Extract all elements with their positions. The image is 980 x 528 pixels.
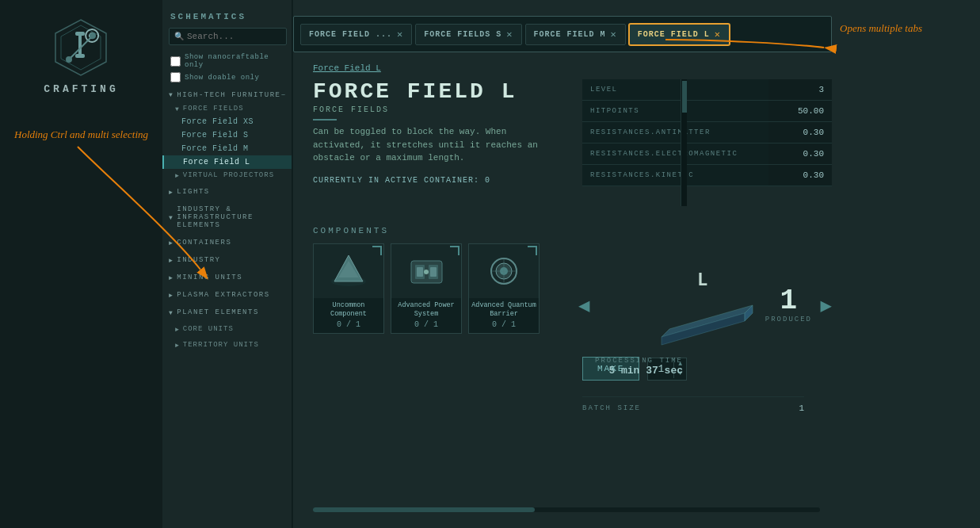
nav-item-force-field-m[interactable]: Force Field M	[162, 142, 293, 155]
component-card-uncommon: Uncommon Component 0 / 1	[313, 243, 384, 334]
stats-panel: LEVEL 3 HITPOINTS 50.00 RESISTANCES.ANTI…	[582, 79, 832, 186]
nav-item-force-field-s[interactable]: Force Field S	[162, 128, 293, 142]
category-header-industry-infrastructure[interactable]: ▼ INDUSTRY & INFRASTRUCTURE ELEMENTS	[162, 202, 293, 232]
stat-value-electromagnetic: 0.30	[768, 143, 832, 164]
collapse-icon: –	[280, 90, 287, 99]
components-section: COMPONENTS Uncommon Component 0 / 1	[313, 226, 590, 334]
tab-force-field-xs[interactable]: FORCE FIELD ... ✕	[300, 24, 412, 45]
subcategory-label: VIRTUAL PROJECTORS	[183, 171, 274, 179]
close-icon[interactable]: ✕	[611, 29, 617, 40]
subcategory-territory-units[interactable]: ► TERRITORY UNITS	[162, 339, 293, 351]
doable-checkbox[interactable]	[170, 72, 181, 82]
produced-count: 1	[765, 287, 812, 316]
category-header-plasma-extractors[interactable]: ► PLASMA EXTRACTORS	[162, 288, 293, 302]
tab-force-field-m[interactable]: FORCE FIELD M ✕	[525, 24, 626, 45]
corner-icon	[450, 246, 459, 255]
close-icon[interactable]: ✕	[715, 29, 721, 40]
bottom-scrollbar-thumb	[313, 507, 535, 512]
category-plasma-extractors: ► PLASMA EXTRACTORS	[162, 288, 293, 302]
category-planet-elements: ▼ PLANET ELEMENTS	[162, 305, 293, 319]
stat-row-electromagnetic: RESISTANCES.ELECTROMAGNETIC 0.30	[582, 143, 832, 165]
tab-label: FORCE FIELD L	[638, 30, 710, 39]
component-count-uncommon: 0 / 1	[314, 320, 383, 333]
subcategory-core-units[interactable]: ► CORE UNITS	[162, 323, 293, 335]
subcategory-arrow-icon: ►	[175, 342, 180, 349]
category-label: INDUSTRY	[177, 256, 220, 264]
category-header-planet-elements[interactable]: ▼ PLANET ELEMENTS	[162, 305, 293, 319]
processing-time-panel: PROCESSING TIME 5 min 37 sec	[595, 357, 683, 377]
subcategory-label: FORCE FIELDS	[183, 105, 244, 113]
stat-label-level: LEVEL	[582, 80, 768, 99]
svg-rect-19	[430, 267, 437, 277]
subcategory-arrow-icon: ▼	[175, 105, 180, 113]
stat-value-kinetic: 0.30	[768, 165, 832, 186]
nav-item-force-field-l[interactable]: Force Field L	[162, 155, 293, 169]
nanocraftable-checkbox[interactable]	[170, 56, 181, 67]
nav-arrow-right-button[interactable]: ▶	[817, 294, 836, 317]
close-icon[interactable]: ✕	[397, 29, 403, 40]
corner-icon	[528, 246, 537, 255]
components-grid: Uncommon Component 0 / 1 Advanced Power …	[313, 243, 590, 334]
expand-arrow-icon: ▼	[169, 214, 174, 221]
category-header-containers[interactable]: ► CONTAINERS	[162, 235, 293, 250]
schematics-panel: SCHEMATICS 🔍 Show nanocraftable only Sho…	[162, 0, 293, 528]
category-containers: ► CONTAINERS	[162, 235, 293, 250]
stat-label-electromagnetic: RESISTANCES.ELECTROMAGNETIC	[582, 144, 768, 163]
subcategory-virtual-projectors[interactable]: ► VIRTUAL PROJECTORS	[162, 169, 293, 182]
category-label: LIGHTS	[177, 188, 209, 196]
svg-text:L: L	[697, 270, 707, 289]
stats-scrollbar[interactable]	[681, 79, 687, 206]
search-box[interactable]: 🔍	[169, 28, 287, 45]
expand-arrow-icon: ▼	[169, 309, 174, 316]
category-mining-units: ► MINING UNITS	[162, 270, 293, 285]
svg-point-20	[424, 270, 429, 274]
nav-item-force-field-xs[interactable]: Force Field XS	[162, 115, 293, 128]
svg-point-10	[66, 56, 72, 63]
expand-arrow-icon: ►	[169, 189, 174, 196]
category-header-mining-units[interactable]: ► MINING UNITS	[162, 270, 293, 285]
container-value: 0	[485, 176, 490, 185]
category-label: CONTAINERS	[177, 239, 231, 247]
category-label: MINING UNITS	[177, 274, 242, 281]
close-icon[interactable]: ✕	[506, 29, 513, 40]
nav-arrow-left-button[interactable]: ◀	[574, 294, 593, 317]
breadcrumb-link[interactable]: Force Field L	[313, 63, 381, 73]
component-name-uncommon: Uncommon Component	[314, 298, 383, 320]
doable-checkbox-row: Show doable only	[162, 71, 293, 84]
nanocraftable-label: Show nanocraftable only	[185, 53, 285, 69]
bottom-scrollbar[interactable]	[313, 507, 820, 512]
stat-label-hitpoints: HITPOINTS	[582, 101, 768, 121]
expand-arrow-icon: ▼	[169, 91, 174, 98]
category-territory-units: ► TERRITORY UNITS	[162, 339, 293, 351]
category-header-industry[interactable]: ► INDUSTRY	[162, 253, 293, 267]
subcategory-force-fields[interactable]: ▼ FORCE FIELDS	[162, 102, 293, 115]
item-description: Can be toggled to block the way. When ac…	[313, 125, 559, 165]
component-icon-uncommon	[327, 251, 371, 291]
search-input[interactable]	[187, 32, 281, 41]
produced-info: 1 PRODUCED	[765, 287, 812, 323]
tab-force-field-l[interactable]: FORCE FIELD L ✕	[629, 24, 730, 45]
stat-row-antimatter: RESISTANCES.ANTIMATTER 0.30	[582, 122, 832, 143]
subcategory-arrow-icon: ►	[175, 172, 180, 179]
category-header-lights[interactable]: ► LIGHTS	[162, 185, 293, 199]
item-title: FORCE FIELD L	[313, 79, 590, 104]
batch-size-label: BATCH SIZE	[582, 404, 641, 412]
expand-arrow-icon: ►	[169, 239, 174, 247]
component-icon-quantum-barrier	[482, 251, 526, 291]
expand-arrow-icon: ►	[169, 257, 174, 264]
search-icon: 🔍	[174, 32, 184, 41]
category-core-units: ► CORE UNITS	[162, 323, 293, 335]
tab-label: FORCE FIELD ...	[309, 30, 392, 39]
subcategory-label: CORE UNITS	[183, 325, 234, 333]
craft-item-preview-svg: L	[642, 258, 768, 353]
component-count-power-system: 0 / 1	[391, 320, 461, 333]
category-header-high-tech-furniture[interactable]: ▼ HIGH-TECH FURNITURE –	[162, 87, 293, 102]
sidebar: CRAFTING	[0, 0, 162, 528]
tab-force-fields-s[interactable]: FORCE FIELDS S ✕	[415, 24, 521, 45]
processing-time-value: 5 min 37 sec	[595, 365, 683, 377]
item-divider	[313, 119, 337, 121]
category-industry: ► INDUSTRY	[162, 253, 293, 267]
panel-separator	[292, 0, 293, 528]
logo-area: CRAFTING	[44, 16, 118, 95]
item-category: FORCE FIELDS	[313, 105, 590, 114]
